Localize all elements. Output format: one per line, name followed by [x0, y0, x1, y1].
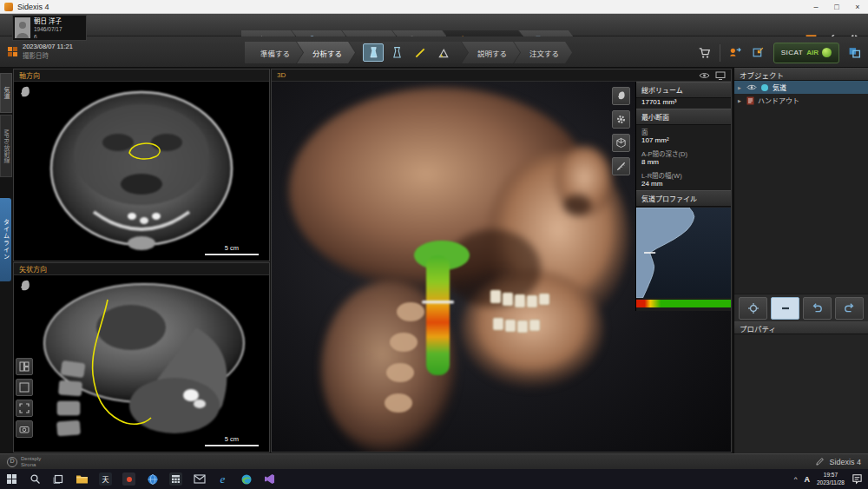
dev-app-button[interactable] [258, 469, 281, 489]
objects-panel-title: オブジェクト [734, 68, 868, 81]
orientation-head-icon [17, 85, 32, 100]
patient-id: 6 [34, 34, 62, 38]
display-settings-icon[interactable] [715, 71, 726, 80]
angle-icon [437, 47, 450, 59]
patient-dob: 1946/07/17 [34, 26, 62, 34]
redo-button[interactable] [835, 297, 864, 320]
tree-row-airway[interactable]: ▶ 気道 [734, 81, 868, 94]
purple-app-icon [264, 473, 275, 485]
tree-item-label: 気道 [773, 83, 786, 92]
sicat-air-button[interactable]: SICAT AIR [773, 43, 839, 63]
tree-item-label: ハンドアウト [758, 96, 799, 105]
airway-volume-outline-icon [391, 46, 403, 59]
timeline-flyout-tab[interactable]: タイムライン [0, 198, 11, 281]
cart-icon[interactable] [696, 44, 713, 62]
envelope-icon [194, 474, 206, 484]
start-button[interactable] [0, 469, 23, 489]
weather-app-button[interactable]: 天 [94, 469, 117, 489]
clipping-cube-button[interactable] [612, 134, 630, 152]
app-statusbar: D Dentsply Sirona Sidexis 4 [0, 453, 868, 469]
step-order[interactable]: 注文する [514, 42, 572, 63]
airway-compare-tool-button[interactable] [386, 43, 407, 62]
calculator-app-button[interactable] [164, 469, 187, 489]
statusbar-app-link[interactable]: Sidexis 4 [815, 457, 861, 466]
workspace: 気道 MPR/放射線 タイムライン 軸方向 [0, 68, 868, 453]
minimize-button[interactable]: – [806, 0, 826, 14]
globe-icon [147, 473, 159, 486]
import-data-icon[interactable] [750, 44, 767, 62]
edge-swirl-icon [240, 473, 253, 486]
total-volume-value: 17701 mm³ [636, 98, 731, 109]
sagittal-view-canvas[interactable]: 5 cm [14, 275, 269, 452]
tray-date-value: 2023/11/28 [817, 479, 845, 486]
tray-chevron-icon[interactable]: ^ [794, 475, 798, 483]
angle-measure-tool-button[interactable] [433, 43, 454, 62]
sidexis-window: Sidexis 4 – □ × 開始 患者 撮影 検査 [0, 0, 868, 489]
step-label: 説明する [477, 48, 507, 58]
scale-line [205, 254, 259, 255]
step-analyze[interactable]: 分析する [297, 42, 355, 63]
expander-icon[interactable]: ▶ [738, 98, 743, 103]
render-settings-gear-button[interactable] [612, 110, 630, 129]
step-explain[interactable]: 説明する [462, 42, 520, 63]
step-prepare[interactable]: 準備する [245, 42, 303, 63]
workspace-tab-mpr-radiology[interactable]: MPR/放射線 [0, 115, 12, 177]
three-d-view: 3D [271, 69, 732, 453]
distance-measure-tool-button[interactable] [410, 43, 431, 62]
workflow-steps: 準備する 分析する 説明する [245, 42, 572, 63]
edge-browser-button[interactable] [234, 469, 258, 489]
three-d-render-canvas[interactable]: 総ボリューム 17701 mm³ 最小断面 面 107 mm² A-P間の深さ(… [272, 82, 731, 452]
fullscreen-expand-icon[interactable] [16, 400, 33, 417]
visibility-eye-icon[interactable] [746, 83, 757, 91]
step-label: 注文する [529, 48, 559, 58]
axial-scale-bar: 5 cm [205, 244, 259, 255]
layout-single-icon[interactable] [16, 379, 33, 396]
airway-profile-chart [636, 208, 731, 298]
lr-width-label: L-R間の幅(W) [636, 169, 731, 181]
pencil-icon [815, 457, 825, 466]
orientation-head-button[interactable] [612, 87, 630, 105]
patient-name: 朝日 洋子 [34, 17, 62, 26]
menu-grid-icon[interactable] [7, 46, 18, 57]
browser-sphere-button[interactable] [141, 469, 164, 489]
media-app-button[interactable] [117, 469, 141, 489]
mail-app-button[interactable] [187, 469, 211, 489]
focus-target-button[interactable] [739, 297, 767, 320]
notification-center-icon[interactable] [852, 473, 863, 485]
airway-profile-header: 気道プロファイル [636, 190, 731, 207]
internet-explorer-button[interactable]: e [211, 469, 234, 489]
close-button[interactable]: × [847, 0, 868, 14]
ie-e-icon: e [220, 472, 226, 486]
clock[interactable]: 19:57 2023/11/28 [817, 472, 845, 486]
area-label: 面 [636, 125, 731, 137]
undo-button[interactable] [803, 297, 832, 320]
tree-row-handout[interactable]: ▶ ハンドアウト [734, 94, 868, 107]
file-explorer-button[interactable] [70, 469, 94, 489]
airway-segmentation-tool-button[interactable] [363, 43, 384, 62]
lr-width-value: 24 mm [636, 180, 731, 190]
measure-ruler-button[interactable] [612, 157, 630, 175]
properties-panel-body [734, 334, 868, 453]
ap-depth-label: A-P間の深さ(D) [636, 147, 731, 159]
axial-ct-image [14, 82, 269, 261]
tray-time-value: 19:57 [817, 472, 845, 479]
patient-card[interactable]: 朝日 洋子 1946/07/17 6 [12, 15, 87, 41]
workspace-tab-airway[interactable]: 気道 [0, 73, 12, 113]
airway-colorbar [636, 300, 731, 307]
switch-application-icon[interactable] [845, 44, 863, 62]
taskbar-search-button[interactable] [23, 469, 47, 489]
ime-indicator[interactable]: A [804, 475, 810, 484]
weather-app-icon: 天 [99, 472, 112, 486]
maximize-button[interactable]: □ [826, 0, 847, 14]
task-view-button[interactable] [47, 469, 70, 489]
capture-label: 撮影日時 [23, 52, 73, 62]
expander-icon[interactable]: ▶ [738, 85, 743, 90]
step-label: 分析する [312, 48, 342, 58]
layout-grid-icon[interactable] [16, 358, 33, 375]
hide-object-button[interactable] [771, 297, 799, 320]
visibility-eye-icon[interactable] [699, 71, 710, 80]
screenshot-camera-icon[interactable] [16, 420, 33, 438]
axial-view-canvas[interactable]: 5 cm [14, 82, 269, 261]
patient-transfer-icon[interactable] [727, 44, 744, 62]
sagittal-view-title: 矢状方向 [19, 264, 47, 274]
